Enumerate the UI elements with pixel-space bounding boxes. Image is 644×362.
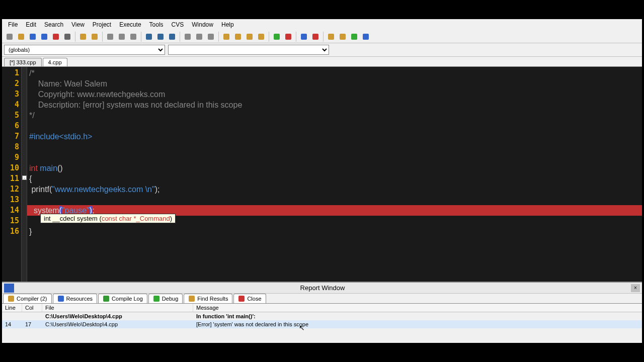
new-file-icon[interactable] — [4, 31, 15, 42]
report-row[interactable]: 1417C:\Users\Welo\Desktop\4.cpp[Error] '… — [2, 320, 642, 328]
redo-icon[interactable] — [89, 31, 100, 42]
code-line[interactable]: { — [27, 173, 642, 184]
code-line[interactable]: */ — [27, 110, 642, 121]
code-line[interactable]: Name: Wael Salem — [27, 78, 642, 89]
svg-rect-17 — [223, 34, 229, 40]
bookmark-icon[interactable] — [167, 31, 178, 42]
menu-view[interactable]: View — [67, 20, 89, 29]
outdent-icon[interactable] — [155, 31, 166, 42]
fold-column[interactable]: - — [21, 67, 27, 282]
svg-rect-0 — [7, 34, 13, 40]
code-line[interactable] — [27, 152, 642, 163]
split-2x2-icon[interactable] — [244, 31, 255, 42]
menu-search[interactable]: Search — [40, 20, 67, 29]
compile-log-icon — [103, 295, 110, 302]
code-line[interactable]: } — [27, 226, 642, 237]
report-tab-close[interactable]: Close — [233, 294, 266, 303]
save-as-icon[interactable] — [50, 31, 61, 42]
console-icon[interactable] — [360, 31, 371, 42]
stop-icon[interactable] — [205, 31, 216, 42]
code-line[interactable]: printf("www.newtechgeeks.com \n"); — [27, 184, 642, 195]
col-header-msg[interactable]: Message — [193, 304, 642, 312]
svg-rect-31 — [103, 296, 109, 302]
close-icon[interactable]: × — [631, 284, 640, 292]
menu-cvs[interactable]: CVS — [168, 20, 188, 29]
code-line[interactable] — [27, 142, 642, 152]
menu-execute[interactable]: Execute — [115, 20, 145, 29]
col-header-line[interactable]: Line — [2, 304, 22, 312]
report-tab-resources[interactable]: Resources — [53, 294, 98, 303]
file-tab[interactable]: [*] 333.cpp — [4, 58, 42, 66]
svg-rect-10 — [130, 34, 136, 40]
print-icon[interactable] — [62, 31, 73, 42]
col-header-file[interactable]: File — [42, 304, 193, 312]
col-header-col[interactable]: Col — [22, 304, 42, 312]
code-line[interactable] — [27, 195, 642, 205]
find-icon[interactable] — [105, 31, 116, 42]
code-line[interactable]: /* — [27, 68, 642, 78]
menu-help[interactable]: Help — [217, 20, 238, 29]
cancel-compile-icon[interactable] — [283, 31, 294, 42]
file-tab[interactable]: 4.cpp — [43, 58, 67, 66]
svg-rect-11 — [146, 34, 152, 40]
report-tab-label: Debug — [162, 296, 178, 302]
report-tab-debug[interactable]: Debug — [148, 294, 183, 303]
code-line[interactable]: Description: [error] system was not decl… — [27, 100, 642, 110]
find-results-icon — [188, 295, 195, 302]
report-tab-compile-log[interactable]: Compile Log — [98, 294, 147, 303]
undo-icon[interactable] — [77, 31, 89, 42]
open-file-icon[interactable] — [16, 31, 27, 42]
run-icon[interactable] — [349, 31, 360, 42]
svg-rect-21 — [274, 34, 280, 40]
report-rows: C:\Users\Welo\Desktop\4.cppIn function '… — [2, 312, 642, 328]
report-row[interactable]: C:\Users\Welo\Desktop\4.cppIn function '… — [2, 312, 642, 320]
line-number-gutter: 12345678910111213141516 — [2, 67, 21, 282]
menu-file[interactable]: File — [4, 20, 22, 29]
report-tab-compiler[interactable]: Compiler (2) — [3, 294, 52, 303]
menu-window[interactable]: Window — [188, 20, 217, 29]
back-icon[interactable] — [182, 31, 193, 42]
code-editor[interactable]: 12345678910111213141516 - /* Name: Wael … — [2, 67, 642, 282]
svg-rect-28 — [363, 34, 369, 40]
report-tab-find-results[interactable]: Find Results — [184, 294, 232, 303]
menu-edit[interactable]: Edit — [22, 20, 40, 29]
svg-rect-7 — [92, 34, 98, 40]
menu-tools[interactable]: Tools — [145, 20, 168, 29]
report-table-header: Line Col File Message — [2, 304, 642, 312]
svg-rect-23 — [301, 34, 307, 40]
goto-2-icon[interactable] — [337, 31, 348, 42]
svg-rect-27 — [351, 34, 357, 40]
save-all-icon[interactable] — [39, 31, 50, 42]
compile-icon[interactable] — [271, 31, 282, 42]
svg-rect-26 — [340, 34, 346, 40]
grid-4-icon[interactable] — [221, 31, 232, 42]
report-tab-label: Compile Log — [112, 296, 143, 302]
report-tab-label: Resources — [66, 296, 93, 302]
split-v-icon[interactable] — [256, 31, 267, 42]
svg-rect-19 — [247, 34, 253, 40]
svg-rect-33 — [189, 296, 195, 302]
code-line[interactable]: int main() — [27, 163, 642, 173]
scope-combo[interactable]: (globals) — [4, 45, 165, 55]
replace-icon[interactable] — [116, 31, 127, 42]
svg-rect-13 — [169, 34, 175, 40]
svg-rect-15 — [196, 34, 202, 40]
find-in-files-icon[interactable] — [128, 31, 139, 42]
intellisense-tooltip: int __cdecl system (const char *_Command… — [40, 214, 176, 223]
goto-1-icon[interactable] — [326, 31, 337, 42]
svg-rect-20 — [258, 34, 264, 40]
code-line[interactable]: Copyright: www.newtechgeeks.com — [27, 89, 642, 100]
split-h-icon[interactable] — [232, 31, 244, 42]
forward-icon[interactable] — [194, 31, 205, 42]
code-line[interactable]: #include<stdio.h> — [27, 131, 642, 142]
menu-project[interactable]: Project — [89, 20, 115, 29]
symbol-combo[interactable] — [168, 45, 329, 55]
code-area[interactable]: /* Name: Wael Salem Copyright: www.newte… — [27, 67, 642, 282]
report-tab-label: Find Results — [197, 296, 228, 302]
save-icon[interactable] — [27, 31, 38, 42]
debug-stop-icon[interactable] — [310, 31, 321, 42]
code-line[interactable] — [27, 121, 642, 131]
indent-icon[interactable] — [143, 31, 154, 42]
svg-rect-32 — [153, 296, 159, 302]
debug-start-icon[interactable] — [298, 31, 309, 42]
